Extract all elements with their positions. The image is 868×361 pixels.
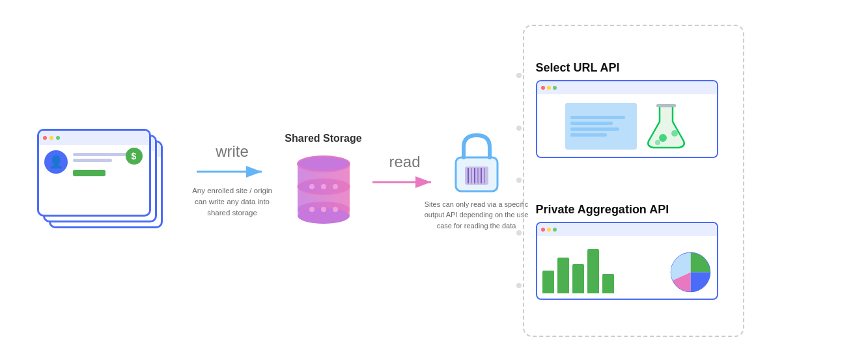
svg-point-28 bbox=[655, 140, 660, 145]
dot-green bbox=[56, 136, 60, 140]
flask-icon bbox=[643, 102, 689, 151]
private-aggregation-api-card bbox=[536, 222, 718, 300]
svg-point-9 bbox=[309, 184, 315, 189]
private-agg-card-body bbox=[537, 236, 717, 299]
form-button bbox=[73, 170, 105, 176]
read-arrow-section: read bbox=[369, 153, 441, 189]
bar-5 bbox=[602, 274, 614, 293]
bar-4 bbox=[587, 249, 599, 293]
dot bbox=[516, 283, 522, 288]
card-header bbox=[39, 131, 149, 145]
bar-3 bbox=[572, 264, 584, 293]
write-label: write bbox=[216, 142, 249, 161]
svg-point-14 bbox=[333, 207, 338, 212]
right-panel-wrapper: Select URL API bbox=[523, 25, 744, 337]
read-caption: Sites can only read via a specific outpu… bbox=[425, 199, 529, 232]
svg-point-26 bbox=[659, 134, 667, 142]
right-panel: Select URL API bbox=[523, 25, 744, 337]
read-arrow-svg bbox=[372, 175, 438, 189]
private-aggregation-api-item: Private Aggregation API bbox=[536, 203, 731, 300]
private-aggregation-api-title: Private Aggregation API bbox=[536, 203, 731, 217]
dot-green bbox=[553, 228, 557, 232]
avatar: 👤 bbox=[44, 150, 68, 174]
pie-chart-icon bbox=[669, 251, 712, 293]
dot-red bbox=[541, 228, 545, 232]
bar-1 bbox=[542, 271, 554, 293]
lock-icon bbox=[451, 130, 503, 195]
dot-yellow bbox=[49, 136, 53, 140]
user-icon: 👤 bbox=[49, 155, 63, 169]
svg-point-27 bbox=[671, 130, 678, 137]
dot bbox=[516, 126, 522, 131]
select-url-api-item: Select URL API bbox=[536, 61, 731, 158]
dot bbox=[516, 230, 522, 235]
select-url-api-card bbox=[536, 80, 718, 158]
form-line-2 bbox=[73, 159, 112, 162]
select-url-api-title: Select URL API bbox=[536, 61, 731, 75]
write-arrow-section: write Any enrolled site / origin can wri… bbox=[187, 142, 278, 219]
url-line bbox=[570, 122, 613, 125]
lock-section: Sites can only read via a specific outpu… bbox=[441, 130, 512, 232]
database-icon bbox=[291, 151, 356, 229]
browser-card-section: 👤 $ bbox=[18, 129, 187, 233]
svg-point-13 bbox=[321, 207, 326, 212]
read-label: read bbox=[389, 153, 420, 171]
bar-chart bbox=[542, 249, 664, 293]
url-line bbox=[570, 133, 607, 137]
card-front: 👤 $ bbox=[37, 129, 151, 217]
svg-point-10 bbox=[321, 184, 326, 189]
svg-point-11 bbox=[333, 184, 338, 189]
bar-2 bbox=[557, 258, 569, 293]
dot-red bbox=[541, 86, 545, 90]
card-stack: 👤 $ bbox=[37, 129, 167, 233]
select-url-card-body bbox=[537, 94, 717, 158]
api-card-header bbox=[537, 81, 717, 94]
card-body: 👤 $ bbox=[39, 145, 149, 181]
write-arrow-svg bbox=[197, 165, 268, 179]
svg-point-12 bbox=[309, 207, 315, 212]
url-line bbox=[570, 127, 619, 131]
write-caption: Any enrolled site / origin can write any… bbox=[190, 185, 275, 219]
shared-storage-title: Shared Storage bbox=[285, 133, 361, 144]
dot-green bbox=[553, 86, 557, 90]
dot-yellow bbox=[547, 86, 551, 90]
dot-red bbox=[43, 136, 47, 140]
dollar-badge: $ bbox=[126, 148, 143, 165]
diagram-container: 👤 $ write Any enroll bbox=[18, 12, 851, 350]
dot bbox=[516, 178, 522, 183]
shared-storage-section: Shared Storage bbox=[278, 133, 369, 229]
url-content-box bbox=[565, 103, 637, 150]
form-line-1 bbox=[73, 153, 132, 156]
url-line bbox=[570, 116, 626, 119]
dot-yellow bbox=[547, 228, 551, 232]
left-dots bbox=[516, 26, 522, 336]
api-card-header bbox=[537, 223, 717, 236]
dot bbox=[516, 73, 522, 78]
